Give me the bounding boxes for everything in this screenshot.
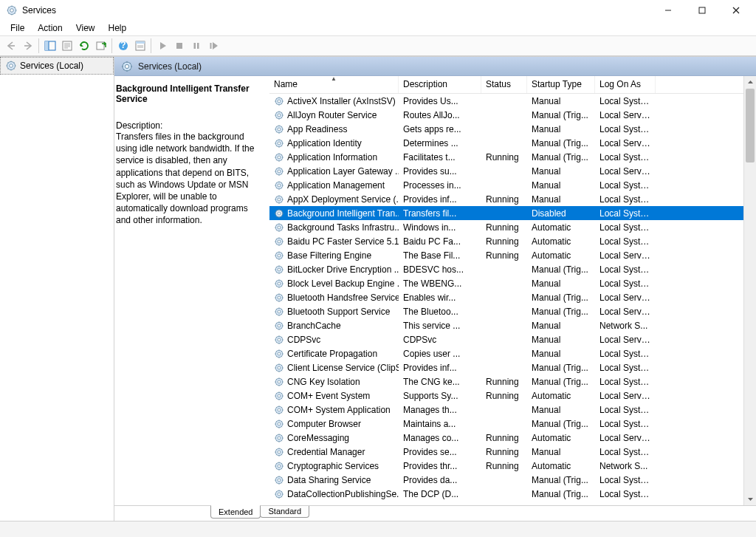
cell-startup: Automatic xyxy=(527,250,595,261)
service-row[interactable]: Application IdentityDetermines ...Manual… xyxy=(269,136,743,150)
service-row[interactable]: BitLocker Drive Encryption ...BDESVC hos… xyxy=(269,262,743,276)
service-row[interactable]: Base Filtering EngineThe Base Fil...Runn… xyxy=(269,248,743,262)
refresh-button[interactable] xyxy=(75,38,92,54)
menu-view[interactable]: View xyxy=(70,21,101,35)
menu-action[interactable]: Action xyxy=(32,21,68,35)
service-row[interactable]: AppX Deployment Service (...Provides inf… xyxy=(269,192,743,206)
service-row[interactable]: AllJoyn Router ServiceRoutes AllJo...Man… xyxy=(269,108,743,122)
column-header-startup[interactable]: Startup Type xyxy=(527,76,595,93)
service-row[interactable]: Block Level Backup Engine ...The WBENG..… xyxy=(269,276,743,290)
column-header-logon[interactable]: Log On As xyxy=(595,76,656,93)
cell-startup: Manual (Trig... xyxy=(527,475,595,485)
content-header: Services (Local) xyxy=(114,57,756,76)
service-row[interactable]: CoreMessagingManages co...RunningAutomat… xyxy=(269,431,743,445)
service-row[interactable]: Computer BrowserMaintains a...Manual (Tr… xyxy=(269,417,743,431)
service-row[interactable]: BranchCacheThis service ...ManualNetwork… xyxy=(269,318,743,332)
column-header-status[interactable]: Status xyxy=(481,76,527,93)
service-row[interactable]: Application ManagementProcesses in...Man… xyxy=(269,178,743,192)
toolbar-separator xyxy=(151,38,151,53)
column-header-description[interactable]: Description xyxy=(399,76,481,93)
cell-logon: Local Syste... xyxy=(595,278,656,289)
cell-startup: Manual xyxy=(527,349,595,359)
service-row[interactable]: Baidu PC Faster Service 5.1....Baidu PC … xyxy=(269,234,743,248)
app-gear-icon xyxy=(6,4,18,16)
tabs-strip: Extended Standard xyxy=(114,505,756,521)
cell-name: Application Management xyxy=(269,180,399,191)
service-row[interactable]: Credential ManagerProvides se...RunningM… xyxy=(269,445,743,459)
service-row[interactable]: Client License Service (ClipS...Provides… xyxy=(269,360,743,374)
cell-startup: Automatic xyxy=(527,222,595,233)
cell-logon: Local Syste... xyxy=(595,152,656,163)
service-row[interactable]: Cryptographic ServicesProvides thr...Run… xyxy=(269,459,743,473)
cell-startup: Manual xyxy=(527,124,595,134)
scrollbar-thumb[interactable] xyxy=(746,89,755,163)
service-row[interactable]: COM+ System ApplicationManages th...Manu… xyxy=(269,403,743,417)
cell-name: CoreMessaging xyxy=(269,433,399,443)
minimize-button[interactable] xyxy=(651,0,685,21)
cell-description: BDESVC hos... xyxy=(399,264,481,275)
cell-logon: Network S... xyxy=(595,321,656,331)
stop-service-button[interactable] xyxy=(171,38,188,54)
service-row[interactable]: CNG Key IsolationThe CNG ke...RunningMan… xyxy=(269,374,743,389)
help-button[interactable]: ? xyxy=(114,38,131,54)
cell-name: Block Level Backup Engine ... xyxy=(269,278,399,289)
service-row[interactable]: COM+ Event SystemSupports Sy...RunningAu… xyxy=(269,389,743,403)
service-row[interactable]: Bluetooth Handsfree ServiceEnables wir..… xyxy=(269,290,743,304)
cell-status: Running xyxy=(481,194,527,205)
service-row[interactable]: DataCollectionPublishingSe...The DCP (D.… xyxy=(269,487,743,501)
cell-startup: Disabled xyxy=(527,208,595,219)
service-row[interactable]: Application InformationFacilitates t...R… xyxy=(269,150,743,164)
service-row[interactable]: App ReadinessGets apps re...ManualLocal … xyxy=(269,122,743,136)
service-row[interactable]: Background Intelligent Tran...Transfers … xyxy=(269,206,743,220)
service-row[interactable]: Certificate PropagationCopies user ...Ma… xyxy=(269,346,743,360)
cell-description: Provides inf... xyxy=(399,194,481,205)
list-pane: ▲Name Description Status Startup Type Lo… xyxy=(269,76,756,505)
close-button[interactable] xyxy=(719,0,753,21)
properties-button[interactable] xyxy=(58,38,75,54)
tab-extended[interactable]: Extended xyxy=(210,505,261,519)
back-button[interactable] xyxy=(2,38,19,54)
cell-status: Running xyxy=(481,377,527,387)
cell-name: Data Sharing Service xyxy=(269,475,399,485)
cell-logon: Local Syste... xyxy=(595,208,656,219)
cell-logon: Local Syste... xyxy=(595,419,656,429)
tab-standard[interactable]: Standard xyxy=(260,506,309,518)
maximize-button[interactable] xyxy=(685,0,719,21)
menu-file[interactable]: File xyxy=(4,21,30,35)
pause-service-button[interactable] xyxy=(188,38,205,54)
tree-item-services-local[interactable]: Services (Local) xyxy=(0,57,114,75)
forward-button[interactable] xyxy=(19,38,36,54)
tree-item-label: Services (Local) xyxy=(20,61,83,71)
cell-description: Provides Us... xyxy=(399,96,481,106)
cell-logon: Local Syste... xyxy=(595,349,656,359)
cell-description: Copies user ... xyxy=(399,349,481,359)
selected-service-name: Background Intelligent Transfer Service xyxy=(114,83,262,104)
scroll-up-button[interactable] xyxy=(744,76,756,89)
svg-rect-25 xyxy=(176,43,182,49)
tree-pane: Services (Local) xyxy=(0,57,114,521)
show-hide-tree-button[interactable] xyxy=(41,38,58,54)
services-gear-icon xyxy=(120,60,134,73)
service-row[interactable]: CDPSvcCDPSvcManualLocal Service xyxy=(269,332,743,346)
cell-startup: Manual (Trig... xyxy=(527,110,595,120)
service-row[interactable]: ActiveX Installer (AxInstSV)Provides Us.… xyxy=(269,94,743,108)
vertical-scrollbar[interactable] xyxy=(743,76,756,505)
properties-dialog-button[interactable] xyxy=(131,38,148,54)
service-row[interactable]: Bluetooth Support ServiceThe Bluetoo...M… xyxy=(269,304,743,318)
export-list-button[interactable] xyxy=(92,38,109,54)
restart-service-button[interactable] xyxy=(205,38,221,54)
column-header-name[interactable]: ▲Name xyxy=(269,76,399,93)
cell-description: Baidu PC Fa... xyxy=(399,236,481,247)
service-row[interactable]: Background Tasks Infrastru...Windows in.… xyxy=(269,220,743,234)
svg-text:?: ? xyxy=(120,41,126,50)
menu-help[interactable]: Help xyxy=(103,21,133,35)
description-label: Description: xyxy=(114,120,262,131)
svg-rect-28 xyxy=(210,43,211,49)
cell-description: Manages th... xyxy=(399,405,481,415)
service-row[interactable]: Application Layer Gateway ...Provides su… xyxy=(269,164,743,178)
service-row[interactable]: Data Sharing ServiceProvides da...Manual… xyxy=(269,473,743,487)
cell-logon: Local Syste... xyxy=(595,363,656,373)
column-headers: ▲Name Description Status Startup Type Lo… xyxy=(269,76,743,94)
scroll-down-button[interactable] xyxy=(744,493,756,505)
start-service-button[interactable] xyxy=(154,38,171,54)
